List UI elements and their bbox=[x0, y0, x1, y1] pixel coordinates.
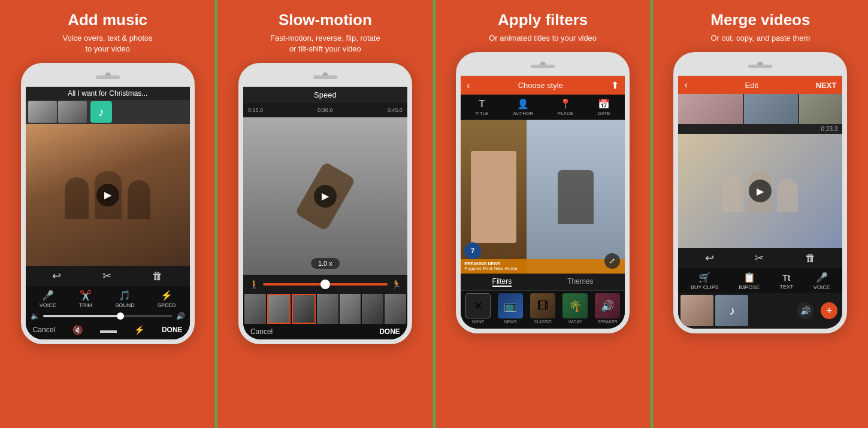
p4-voice-label: VOICE bbox=[813, 284, 830, 290]
phone-frame-4: ‹ Edit NEXT 0:23.3 bbox=[673, 52, 847, 333]
p3-video-right bbox=[527, 120, 625, 274]
filter-vacay[interactable]: 🌴 VACAY bbox=[562, 293, 588, 324]
p2-time3: 0:45.0 bbox=[388, 107, 403, 113]
p3-title-tabs: T TITLE 👤 AUTHOR 📍 PLACE 📅 DATE bbox=[461, 95, 625, 120]
p4-timer-display: 0:23.3 bbox=[678, 124, 842, 134]
p4-delete-btn[interactable]: 🗑 bbox=[805, 252, 816, 265]
p1-delete-btn[interactable]: 🗑 bbox=[152, 270, 163, 283]
p3-tab-date[interactable]: 📅 DATE bbox=[598, 98, 610, 116]
p2-cancel-btn[interactable]: Cancel bbox=[250, 327, 273, 336]
p4-controls-row: ↩ ✂ 🗑 bbox=[678, 248, 842, 268]
p1-toolbar-sound[interactable]: 🎵 SOUND bbox=[115, 290, 135, 308]
film-f4 bbox=[317, 294, 338, 324]
p1-controls-row: ↩ ✂ 🗑 bbox=[26, 266, 190, 286]
p1-mute-icon: 🔇 bbox=[72, 325, 83, 335]
text-icon: Tt bbox=[782, 273, 790, 283]
film-f3 bbox=[292, 294, 316, 324]
panel3-title: Apply filters bbox=[498, 11, 588, 29]
p1-speed-label: SPEED bbox=[158, 302, 176, 308]
silhouette1 bbox=[65, 177, 89, 219]
title-T-icon: T bbox=[479, 99, 485, 110]
speed-icon: ⚡ bbox=[161, 290, 173, 301]
vol-fill bbox=[43, 315, 121, 317]
filter-speaker[interactable]: 🔊 SPEAKER bbox=[595, 293, 620, 324]
p4-toolbar-voice[interactable]: 🎤 VOICE bbox=[813, 272, 830, 290]
panel-slow-motion: Slow-motion Fast-motion, reverse, flip, … bbox=[215, 0, 433, 428]
filter-none[interactable]: ✕ NONE bbox=[465, 293, 491, 324]
p1-trim-label: TRIM bbox=[79, 302, 92, 308]
p2-walk-slow-icon: 🚶 bbox=[249, 280, 259, 289]
p3-filters-tab[interactable]: Filters bbox=[492, 277, 512, 287]
date-icon: 📅 bbox=[598, 98, 610, 110]
panel2-title: Slow-motion bbox=[279, 11, 372, 29]
phone-speaker-2 bbox=[313, 75, 337, 79]
panel1-title: Add music bbox=[68, 11, 147, 29]
tab-place-label: PLACE bbox=[558, 111, 573, 116]
p1-toolbar-voice[interactable]: 🎤 VOICE bbox=[40, 290, 56, 308]
p1-video: 0:03.01 ▶ bbox=[26, 124, 190, 266]
p4-scissors-btn[interactable]: ✂ bbox=[755, 251, 764, 265]
p1-track-title: All I want for Christmas... bbox=[26, 87, 190, 100]
filter-classic-img: 🎞 bbox=[530, 293, 555, 318]
p4-undo-btn[interactable]: ↩ bbox=[705, 251, 714, 265]
panel2-subtitle: Fast-motion, reverse, flip, rotateor til… bbox=[270, 33, 380, 54]
filter-none-label: NONE bbox=[472, 320, 484, 324]
p3-tab-place[interactable]: 📍 PLACE bbox=[558, 98, 573, 116]
p2-done-btn[interactable]: DONE bbox=[379, 327, 400, 336]
p3-themes-tab[interactable]: Themes bbox=[567, 277, 593, 287]
filter-classic[interactable]: 🎞 CLASSIC bbox=[530, 293, 555, 324]
p2-slider-thumb bbox=[320, 280, 330, 289]
p2-speed-slider[interactable] bbox=[263, 283, 388, 286]
panel3-subtitle: Or animated titles to your video bbox=[489, 33, 597, 44]
p4-toolbar-impose[interactable]: 📋 IMPOSE bbox=[739, 272, 760, 290]
phone-frame-2: Speed 0:15.0 0:30.0 0:45.0 ▶ 1.0 x 🚶 🏃 bbox=[238, 63, 412, 344]
film-f2 bbox=[267, 294, 291, 324]
voice-icon: 🎤 bbox=[42, 290, 54, 301]
p4-edit-title: Edit bbox=[745, 81, 758, 90]
filter-news[interactable]: 📺 NEWS bbox=[498, 293, 523, 324]
p1-undo-btn[interactable]: ↩ bbox=[52, 269, 61, 283]
p2-play-button[interactable]: ▶ bbox=[314, 185, 337, 208]
panel4-subtitle: Or cut, copy, and paste them bbox=[710, 33, 810, 44]
phone-top-4 bbox=[678, 57, 842, 76]
film-f5 bbox=[340, 294, 361, 324]
p1-scissors-btn[interactable]: ✂ bbox=[102, 269, 111, 283]
p4-add-clip-btn[interactable]: + bbox=[821, 302, 837, 319]
panel-apply-filters: Apply filters Or animated titles to your… bbox=[433, 0, 651, 428]
p1-music-icon: ♪ bbox=[90, 101, 112, 123]
p1-toolbar-trim[interactable]: ✂️ TRIM bbox=[79, 290, 92, 308]
tab-date-label: DATE bbox=[598, 111, 610, 116]
p4-toolbar-text[interactable]: Tt TEXT bbox=[779, 273, 793, 290]
p3-filter-theme-tabs: Filters Themes bbox=[461, 274, 625, 291]
silhouette3 bbox=[128, 180, 150, 219]
p4-sound-btn[interactable]: 🔊 bbox=[797, 302, 813, 319]
filter-classic-label: CLASSIC bbox=[534, 320, 552, 324]
p1-cancel-btn[interactable]: Cancel bbox=[33, 326, 55, 334]
p1-sound-label: SOUND bbox=[115, 302, 135, 308]
p3-share-icon[interactable]: ⬆ bbox=[611, 80, 619, 91]
p4-bottom-frame2: ♪ bbox=[715, 295, 748, 326]
phone-screen-2: Speed 0:15.0 0:30.0 0:45.0 ▶ 1.0 x 🚶 🏃 bbox=[243, 87, 407, 339]
p3-back-icon[interactable]: ‹ bbox=[467, 80, 470, 91]
filter-vacay-img: 🌴 bbox=[562, 293, 588, 318]
p4-toolbar-buyclips[interactable]: 🛒 BUY CLIPS bbox=[691, 272, 719, 290]
phone-screen-3: ‹ Choose style ⬆ T TITLE 👤 AUTHOR 📍 PLAC… bbox=[461, 76, 625, 329]
phone-top-3 bbox=[461, 57, 625, 76]
p4-bottom-frame1 bbox=[681, 295, 713, 326]
p1-done-btn[interactable]: DONE bbox=[162, 326, 183, 334]
p4-next-btn[interactable]: NEXT bbox=[816, 81, 837, 90]
p2-slider-row: 🚶 🏃 bbox=[243, 275, 407, 294]
p4-back-icon[interactable]: ‹ bbox=[684, 80, 687, 90]
volume-slider[interactable] bbox=[43, 315, 173, 317]
p2-walk-fast-icon: 🏃 bbox=[391, 280, 401, 289]
p3-tab-title[interactable]: T TITLE bbox=[476, 99, 489, 116]
place-icon: 📍 bbox=[559, 98, 571, 110]
panel-add-music: Add music Voice overs, text & photosto y… bbox=[0, 0, 215, 428]
p1-play-button[interactable]: ▶ bbox=[96, 184, 119, 207]
p2-time1: 0:15.0 bbox=[248, 107, 263, 113]
p1-toolbar-speed[interactable]: ⚡ SPEED bbox=[158, 290, 176, 308]
p4-voice-icon: 🎤 bbox=[816, 272, 828, 283]
p3-tab-author[interactable]: 👤 AUTHOR bbox=[513, 98, 533, 116]
phone-speaker-4 bbox=[748, 65, 772, 68]
p2-video-area: ▶ 1.0 x bbox=[243, 117, 407, 275]
